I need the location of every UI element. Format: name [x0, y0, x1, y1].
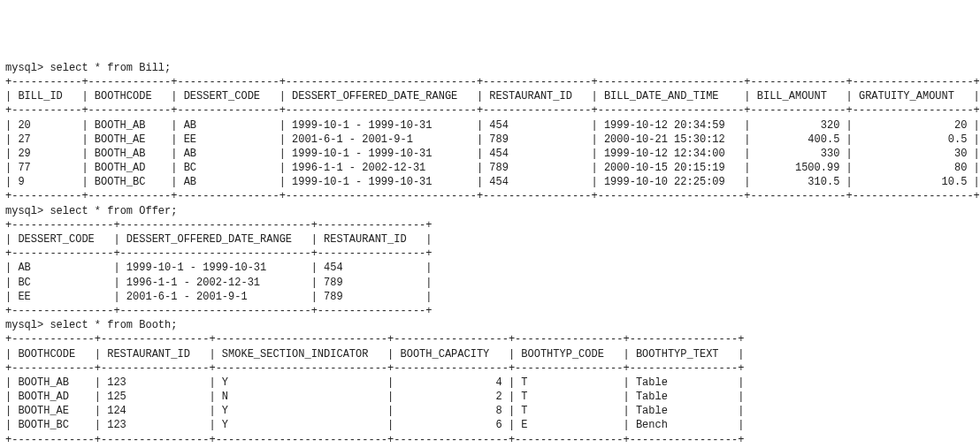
table-separator: +----------------+----------------------…: [5, 247, 975, 261]
table-separator: +-----------+-------------+-------------…: [5, 189, 975, 203]
mysql-prompt: mysql>: [5, 205, 50, 217]
mysql-terminal[interactable]: mysql> select * from Bill;+-----------+-…: [5, 61, 975, 447]
table-row: | BOOTH_AB | 123 | Y | 4 | T | Table |: [5, 376, 975, 390]
table-header-row: | BILL_ID | BOOTHCODE | DESSERT_CODE | D…: [5, 89, 975, 103]
mysql-prompt-line[interactable]: mysql> select * from Bill;: [5, 61, 975, 75]
table-separator: +-----------+-------------+-------------…: [5, 103, 975, 118]
table-header-row: | DESSERT_CODE | DESSERT_OFFERED_DATE_RA…: [5, 232, 975, 247]
table-row: | 9 | BOOTH_BC | AB | 1999-10-1 - 1999-1…: [5, 175, 975, 189]
table-row: | BOOTH_AD | 125 | N | 2 | T | Table |: [5, 390, 975, 404]
table-header-row: | BOOTHCODE | RESTAURANT_ID | SMOKE_SECT…: [5, 347, 975, 361]
table-separator: +-------------+-----------------+-------…: [5, 332, 975, 346]
mysql-prompt-line[interactable]: mysql> select * from Offer;: [5, 204, 975, 218]
table-row: | AB | 1999-10-1 - 1999-10-31 | 454 |: [5, 261, 975, 275]
mysql-prompt: mysql>: [5, 62, 50, 74]
table-separator: +-------------+-----------------+-------…: [5, 361, 975, 376]
table-row: | BOOTH_BC | 123 | Y | 6 | E | Bench |: [5, 418, 975, 432]
table-separator: +-----------+-------------+-------------…: [5, 75, 975, 89]
table-row: | BC | 1996-1-1 - 2002-12-31 | 789 |: [5, 276, 975, 290]
table-row: | EE | 2001-6-1 - 2001-9-1 | 789 |: [5, 290, 975, 304]
table-separator: +----------------+----------------------…: [5, 218, 975, 232]
mysql-prompt-line[interactable]: mysql> select * from Booth;: [5, 318, 975, 332]
table-row: | BOOTH_AE | 124 | Y | 8 | T | Table |: [5, 404, 975, 418]
table-row: | 20 | BOOTH_AB | AB | 1999-10-1 - 1999-…: [5, 118, 975, 133]
mysql-prompt: mysql>: [5, 319, 50, 331]
table-separator: +----------------+----------------------…: [5, 304, 975, 318]
sql-statement: select * from Booth;: [50, 319, 177, 331]
table-row: | 77 | BOOTH_AD | BC | 1996-1-1 - 2002-1…: [5, 161, 975, 175]
table-row: | 29 | BOOTH_AB | AB | 1999-10-1 - 1999-…: [5, 147, 975, 161]
sql-statement: select * from Offer;: [50, 205, 177, 217]
table-separator: +-------------+-----------------+-------…: [5, 433, 975, 447]
sql-statement: select * from Bill;: [50, 62, 171, 74]
table-row: | 27 | BOOTH_AE | EE | 2001-6-1 - 2001-9…: [5, 133, 975, 147]
